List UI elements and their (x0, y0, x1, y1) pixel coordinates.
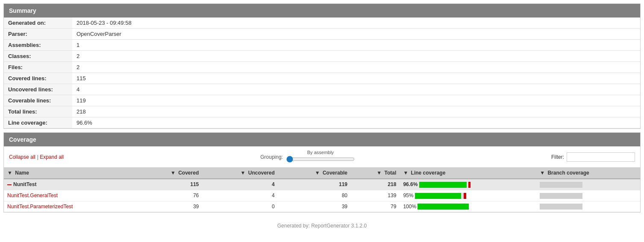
col-name[interactable]: ▼ Name (4, 167, 137, 179)
summary-row: Uncovered lines:4 (4, 84, 640, 95)
assembly-name: NunitTest (4, 179, 137, 190)
summary-row: Classes:2 (4, 51, 640, 62)
assembly-branch-coverage (536, 179, 640, 190)
summary-value: 2018-05-23 - 09:49:58 (72, 17, 640, 29)
class-branch-coverage (536, 190, 640, 201)
class-covered: 39 (137, 201, 202, 212)
assembly-coverage-bar (419, 182, 471, 188)
assembly-line-coverage: 96.6% (400, 179, 536, 190)
slider-container: By assembly (286, 150, 355, 164)
summary-value: 2 (72, 62, 640, 73)
class-uncovered: 4 (202, 190, 278, 201)
summary-table: Generated on:2018-05-23 - 09:49:58Parser… (4, 17, 640, 128)
summary-label: Classes: (4, 51, 72, 62)
coverage-table: ▼ Name ▼ Covered ▼ Uncovered ▼ Coverable… (4, 167, 640, 212)
coverage-controls: Collapse all | Expand all Grouping: By a… (4, 146, 640, 167)
class-branch-coverage (536, 201, 640, 212)
sort-arrow-line: ▼ (403, 170, 408, 176)
sort-arrow-uncovered: ▼ (241, 170, 246, 176)
summary-value: OpenCoverParser (72, 29, 640, 40)
class-line-coverage: 95% (400, 190, 536, 201)
summary-label: Covered lines: (4, 73, 72, 84)
filter-control: Filter: (551, 152, 635, 162)
summary-value: 115 (72, 73, 640, 84)
sort-arrow-name: ▼ (7, 170, 12, 176)
summary-label: Total lines: (4, 106, 72, 117)
sort-arrow-total: ▼ (376, 170, 382, 176)
grouping-label: Grouping: (260, 154, 283, 160)
summary-row: Total lines:218 (4, 106, 640, 117)
footer: Generated by: ReportGenerator 3.1.2.0 (0, 216, 644, 236)
sort-arrow-branch: ▼ (540, 170, 545, 176)
summary-header: Summary (4, 4, 640, 17)
summary-label: Assemblies: (4, 40, 72, 51)
summary-label: Coverable lines: (4, 95, 72, 106)
summary-value: 218 (72, 106, 640, 117)
summary-value: 96.6% (72, 117, 640, 128)
table-header-row: ▼ Name ▼ Covered ▼ Uncovered ▼ Coverable… (4, 167, 640, 179)
assembly-coverable: 119 (278, 179, 351, 190)
grouping-slider[interactable] (286, 156, 355, 163)
assembly-uncovered: 4 (202, 179, 278, 190)
assembly-branch-bar (540, 182, 582, 188)
class-branch-bar (540, 204, 582, 210)
summary-label: Files: (4, 62, 72, 73)
filter-label: Filter: (551, 154, 564, 160)
collapse-all-link[interactable]: Collapse all (9, 154, 35, 160)
class-link[interactable]: NunitTest.ParameterizedTest (7, 204, 73, 210)
class-name: NunitTest.GeneralTest (4, 190, 137, 201)
sort-arrow-coverable: ▼ (315, 170, 320, 176)
expand-all-link[interactable]: Expand all (40, 154, 64, 160)
filter-input[interactable] (567, 152, 635, 162)
summary-row: Parser:OpenCoverParser (4, 29, 640, 40)
table-row: NunitTest.GeneralTest 76 4 80 139 95% (4, 190, 640, 201)
class-line-coverage: 100% (400, 201, 536, 212)
grouping-control: Grouping: By assembly (260, 150, 355, 164)
summary-label: Uncovered lines: (4, 84, 72, 95)
summary-row: Covered lines:115 (4, 73, 640, 84)
summary-value: 1 (72, 40, 640, 51)
class-coverage-bar (418, 204, 469, 210)
collapse-expand-links: Collapse all | Expand all (9, 154, 64, 160)
class-covered: 76 (137, 190, 202, 201)
slider-label: By assembly (286, 150, 355, 155)
col-branch-coverage[interactable]: ▼ Branch coverage (536, 167, 640, 179)
summary-row: Line coverage:96.6% (4, 117, 640, 128)
table-row: NunitTest 115 4 119 218 96.6% (4, 179, 640, 190)
class-total: 139 (351, 190, 400, 201)
coverage-header: Coverage (4, 133, 640, 146)
assembly-total: 218 (351, 179, 400, 190)
table-row: NunitTest.ParameterizedTest 39 0 39 79 1… (4, 201, 640, 212)
class-total: 79 (351, 201, 400, 212)
summary-row: Generated on:2018-05-23 - 09:49:58 (4, 17, 640, 29)
class-coverage-bar (415, 193, 466, 199)
summary-value: 2 (72, 51, 640, 62)
col-coverable[interactable]: ▼ Coverable (278, 167, 351, 179)
summary-label: Line coverage: (4, 117, 72, 128)
class-name: NunitTest.ParameterizedTest (4, 201, 137, 212)
summary-row: Assemblies:1 (4, 40, 640, 51)
summary-row: Coverable lines:119 (4, 95, 640, 106)
class-branch-bar (540, 193, 582, 199)
sort-arrow-covered: ▼ (171, 170, 176, 176)
col-total[interactable]: ▼ Total (351, 167, 400, 179)
assembly-covered: 115 (137, 179, 202, 190)
col-line-coverage[interactable]: ▼ Line coverage (400, 167, 536, 179)
class-coverable: 39 (278, 201, 351, 212)
summary-label: Generated on: (4, 17, 72, 29)
col-uncovered[interactable]: ▼ Uncovered (202, 167, 278, 179)
class-link[interactable]: NunitTest.GeneralTest (7, 192, 58, 198)
summary-value: 4 (72, 84, 640, 95)
col-covered[interactable]: ▼ Covered (137, 167, 202, 179)
summary-value: 119 (72, 95, 640, 106)
summary-label: Parser: (4, 29, 72, 40)
class-coverable: 80 (278, 190, 351, 201)
class-uncovered: 0 (202, 201, 278, 212)
summary-row: Files:2 (4, 62, 640, 73)
